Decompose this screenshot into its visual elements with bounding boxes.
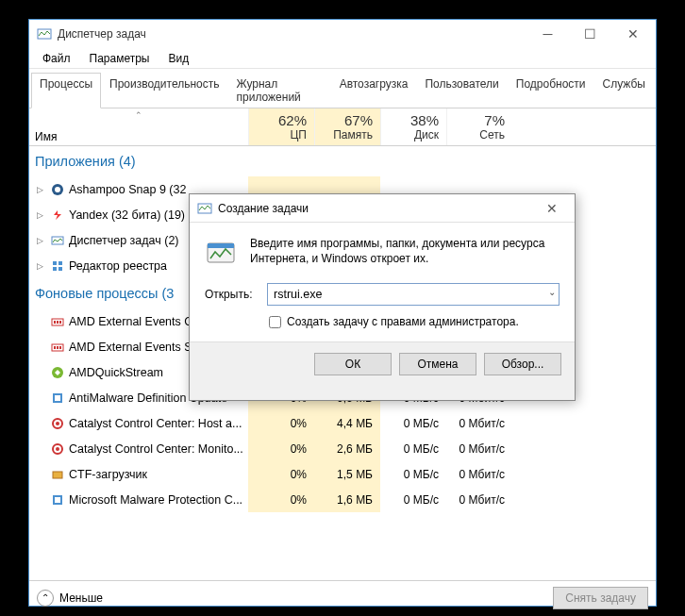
expand-icon[interactable]: ▷ — [33, 236, 46, 245]
app-icon — [50, 182, 65, 197]
window-controls: ─ ☐ ✕ — [526, 21, 654, 47]
col-network[interactable]: 7% Сеть — [446, 108, 512, 145]
dialog-instruction: Введите имя программы, папки, документа … — [250, 236, 560, 266]
tabstrip: Процессы Производительность Журнал прило… — [29, 69, 656, 108]
fewer-label: Меньше — [59, 591, 103, 605]
dialog-titlebar: Создание задачи ✕ — [190, 194, 575, 223]
svg-point-22 — [56, 447, 59, 451]
menu-file[interactable]: Файл — [33, 49, 80, 68]
app-icon — [37, 26, 52, 42]
menu-options[interactable]: Параметры — [80, 49, 159, 68]
disk-usage-value: 38% — [410, 112, 439, 128]
process-name: AMD External Events C — [69, 315, 192, 328]
dialog-icon — [197, 201, 212, 216]
tab-startup[interactable]: Автозагрузка — [331, 73, 417, 108]
cpu-usage-value: 62% — [278, 112, 307, 128]
open-combobox[interactable]: ⌄ — [267, 283, 560, 306]
process-name: Microsoft Malware Protection C... — [69, 493, 242, 507]
svg-rect-14 — [57, 346, 58, 349]
process-name: AMD External Events S — [69, 341, 192, 354]
process-name-cell: CTF-загрузчик — [29, 461, 248, 487]
tab-services[interactable]: Службы — [594, 73, 654, 108]
column-headers: ⌃ Имя 62% ЦП 67% Память 38% Диск 7% Сеть — [29, 108, 656, 146]
disk-label: Диск — [414, 128, 439, 142]
svg-rect-18 — [55, 395, 60, 401]
memory-usage-value: 67% — [344, 112, 373, 128]
memory-label: Память — [333, 128, 373, 142]
col-cpu[interactable]: 62% ЦП — [248, 108, 314, 145]
process-name: CTF-загрузчик — [69, 468, 147, 481]
app-icon — [50, 314, 65, 329]
svg-rect-28 — [208, 243, 234, 248]
app-icon — [50, 233, 65, 248]
menu-view[interactable]: Вид — [159, 49, 198, 68]
close-button[interactable]: ✕ — [611, 21, 654, 47]
table-row[interactable]: Microsoft Malware Protection C... 0%1,6 … — [29, 487, 656, 512]
svg-rect-11 — [59, 321, 61, 324]
app-icon — [50, 492, 65, 508]
tab-details[interactable]: Подробности — [508, 73, 594, 108]
svg-rect-10 — [57, 321, 58, 324]
svg-rect-6 — [53, 267, 57, 271]
app-icon — [50, 258, 65, 274]
svg-rect-4 — [53, 261, 57, 265]
statusbar: ⌃ Меньше Снять задачу — [29, 580, 656, 614]
network-usage-value: 7% — [484, 112, 505, 128]
expand-icon[interactable]: ▷ — [33, 210, 46, 220]
chevron-up-icon: ⌃ — [37, 590, 54, 607]
ok-button[interactable]: ОК — [314, 353, 392, 375]
table-row[interactable]: Catalyst Control Center: Monito... 0%2,6… — [29, 436, 656, 461]
process-name: Диспетчер задач (2) — [69, 234, 179, 247]
group-bg-count: (3 — [162, 286, 175, 301]
process-name: Yandex (32 бита) (19) — [69, 208, 185, 222]
cancel-button[interactable]: Отмена — [399, 353, 476, 375]
browse-button[interactable]: Обзор... — [484, 353, 561, 375]
titlebar: Диспетчер задач ─ ☐ ✕ — [29, 20, 656, 48]
window-title: Диспетчер задач — [58, 27, 526, 41]
expand-icon[interactable]: ▷ — [33, 261, 46, 271]
admin-checkbox[interactable] — [269, 316, 281, 328]
maximize-button[interactable]: ☐ — [569, 21, 611, 47]
app-icon — [50, 416, 65, 431]
tab-processes[interactable]: Процессы — [31, 73, 101, 108]
col-name[interactable]: ⌃ Имя — [29, 108, 248, 145]
group-apps: Приложения (4) — [29, 146, 656, 176]
process-name: Ashampoo Snap 9 (32 — [69, 183, 186, 196]
open-label: Открыть: — [205, 288, 258, 301]
dialog-close-button[interactable]: ✕ — [530, 195, 573, 222]
svg-rect-7 — [58, 267, 62, 271]
svg-rect-15 — [59, 346, 61, 349]
create-task-dialog: Создание задачи ✕ Введите имя программы,… — [189, 193, 576, 401]
dialog-buttons: ОК Отмена Обзор... — [190, 341, 575, 385]
app-icon — [50, 391, 65, 406]
svg-rect-23 — [53, 472, 62, 478]
app-icon — [50, 365, 65, 380]
process-name: Catalyst Control Center: Host a... — [69, 417, 242, 430]
process-name: Catalyst Control Center: Monito... — [69, 442, 243, 456]
table-row[interactable]: CTF-загрузчик 0%1,5 МБ0 МБ/с0 Мбит/с — [29, 461, 656, 487]
tab-apphistory[interactable]: Журнал приложений — [228, 73, 331, 108]
group-apps-count: (4) — [119, 154, 136, 169]
col-disk[interactable]: 38% Диск — [380, 108, 446, 145]
group-bg-label: Фоновые процессы — [35, 286, 159, 301]
minimize-button[interactable]: ─ — [526, 21, 569, 47]
tab-performance[interactable]: Производительность — [101, 73, 227, 108]
tab-users[interactable]: Пользователи — [416, 73, 507, 108]
svg-rect-5 — [58, 261, 62, 265]
svg-rect-13 — [54, 346, 56, 349]
process-name-cell: Catalyst Control Center: Host a... — [29, 410, 248, 436]
sort-indicator-icon: ⌃ — [135, 110, 142, 120]
dialog-body: Введите имя программы, папки, документа … — [190, 223, 575, 341]
menubar: Файл Параметры Вид — [29, 48, 656, 69]
cpu-label: ЦП — [290, 128, 307, 142]
col-memory[interactable]: 67% Память — [314, 108, 380, 145]
open-input[interactable] — [267, 283, 560, 306]
end-task-button[interactable]: Снять задачу — [553, 587, 648, 609]
process-name-cell: Catalyst Control Center: Monito... — [29, 436, 248, 461]
fewer-details-button[interactable]: ⌃ Меньше — [37, 590, 103, 607]
admin-label: Создать задачу с правами администратора. — [287, 315, 519, 328]
run-icon — [205, 236, 239, 270]
group-apps-label: Приложения — [35, 154, 115, 169]
table-row[interactable]: Catalyst Control Center: Host a... 0%4,4… — [29, 410, 656, 436]
expand-icon[interactable]: ▷ — [33, 185, 46, 194]
